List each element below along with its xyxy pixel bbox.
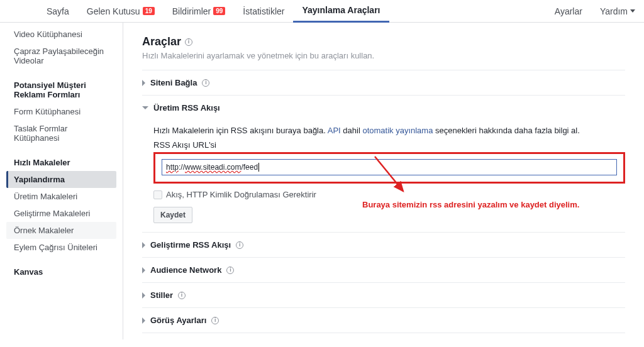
sidebar-item-crosspost-videos[interactable]: Çapraz Paylaşabileceğin Videolar [6, 43, 116, 69]
accordion-prod-rss-label: Üretim RSS Akışı [153, 103, 220, 113]
section-subtitle: Hızlı Makalelerini ayarlamak ve yönetmek… [142, 51, 625, 60]
info-icon[interactable]: i [226, 267, 234, 274]
sidebar-heading-instant-articles: Hızlı Makaleler [6, 154, 116, 171]
accordion-audience-network-label: Audience Network [150, 265, 221, 275]
accordion-prod-rss-body: Hızlı Makalelerin için RSS akışını buray… [142, 120, 625, 233]
main-content: Araçlar i Hızlı Makalelerini ayarlamak v… [123, 23, 644, 339]
info-icon[interactable]: i [185, 38, 192, 46]
annotation-text: Buraya sitemizin rss adresini yazalım ve… [362, 200, 614, 209]
save-button[interactable]: Kaydet [153, 207, 192, 223]
sidebar: Video Kütüphanesi Çapraz Paylaşabileceği… [0, 23, 123, 339]
rss-url-input[interactable]: http://www.siteadi.com/feed [162, 159, 617, 175]
checkbox-icon[interactable] [153, 190, 162, 199]
rss-description: Hızlı Makalelerin için RSS akışını buray… [153, 125, 625, 136]
top-tabs: Sayfa Gelen Kutusu 19 Bildirimler 99 İst… [0, 0, 644, 23]
accordion-view-settings-label: Görüş Ayarları [150, 316, 206, 325]
http-auth-checkbox-row[interactable]: Akış, HTTP Kimlik Doğrulaması Gerektirir [153, 190, 625, 199]
info-icon[interactable]: i [211, 317, 219, 324]
tab-notifications-label: Bildirimler [172, 6, 211, 16]
sidebar-item-dev-articles[interactable]: Geliştirme Makaleleri [6, 205, 116, 222]
http-auth-label: Akış, HTTP Kimlik Doğrulaması Gerektirir [166, 190, 316, 199]
tab-help-label: Yardım [600, 6, 628, 16]
tab-stats[interactable]: İstatistikler [234, 0, 293, 23]
rss-url-label: RSS Akışı URL'si [153, 140, 625, 150]
sidebar-item-video-library[interactable]: Video Kütüphanesi [6, 26, 116, 43]
highlight-annotation-box: http://www.siteadi.com/feed [153, 152, 625, 184]
sidebar-item-draft-forms[interactable]: Taslak Formlar Kütüphanesi [6, 120, 116, 146]
caret-down-icon [630, 9, 635, 13]
chevron-right-icon [142, 267, 145, 273]
link-auto-publish[interactable]: otomatik yayınlama [362, 126, 433, 135]
sidebar-item-production-articles[interactable]: Üretim Makaleleri [6, 188, 116, 205]
tab-inbox[interactable]: Gelen Kutusu 19 [78, 0, 164, 23]
accordion-connect-site[interactable]: Siteni Bağla i [142, 70, 625, 96]
tab-publishing-tools[interactable]: Yayınlama Araçları [293, 0, 389, 23]
accordion-dev-rss-label: Geliştirme RSS Akışı [150, 240, 231, 250]
section-title: Araçlar i [142, 35, 625, 48]
sidebar-item-cta-units[interactable]: Eylem Çağrısı Üniteleri [6, 239, 116, 256]
tab-inbox-label: Gelen Kutusu [87, 6, 140, 16]
link-api[interactable]: API [328, 126, 341, 135]
chevron-right-icon [142, 292, 145, 299]
sidebar-heading-leads: Potansiyel Müşteri Reklamı Formları [6, 77, 116, 103]
chevron-right-icon [142, 317, 145, 324]
chevron-right-icon [142, 80, 145, 86]
sidebar-item-sample-articles[interactable]: Örnek Makaleler [6, 222, 116, 239]
notifications-badge: 99 [213, 7, 225, 15]
inbox-badge: 19 [143, 7, 155, 15]
accordion-audience-network[interactable]: Audience Network i [142, 258, 625, 283]
section-title-text: Araçlar [142, 35, 181, 48]
info-icon[interactable]: i [202, 79, 209, 87]
tab-settings[interactable]: Ayarlar [546, 0, 591, 23]
sidebar-item-form-library[interactable]: Form Kütüphanesi [6, 103, 116, 120]
tab-help[interactable]: Yardım [591, 0, 644, 23]
accordion-prod-rss[interactable]: Üretim RSS Akışı [142, 96, 625, 120]
chevron-down-icon [142, 106, 148, 109]
accordion-connect-site-label: Siteni Bağla [150, 78, 197, 87]
tab-page[interactable]: Sayfa [38, 0, 78, 23]
accordion-styles-label: Stiller [150, 290, 173, 300]
chevron-right-icon [142, 242, 145, 248]
info-icon[interactable]: i [236, 241, 243, 249]
sidebar-item-configuration[interactable]: Yapılandırma [6, 171, 116, 188]
accordion-view-settings[interactable]: Görüş Ayarları i [142, 308, 625, 333]
accordion-styles[interactable]: Stiller i [142, 283, 625, 308]
info-icon[interactable]: i [178, 292, 186, 299]
tab-notifications[interactable]: Bildirimler 99 [164, 0, 235, 23]
accordion-dev-rss[interactable]: Geliştirme RSS Akışı i [142, 233, 625, 258]
sidebar-heading-canvas: Kanvas [6, 263, 116, 280]
